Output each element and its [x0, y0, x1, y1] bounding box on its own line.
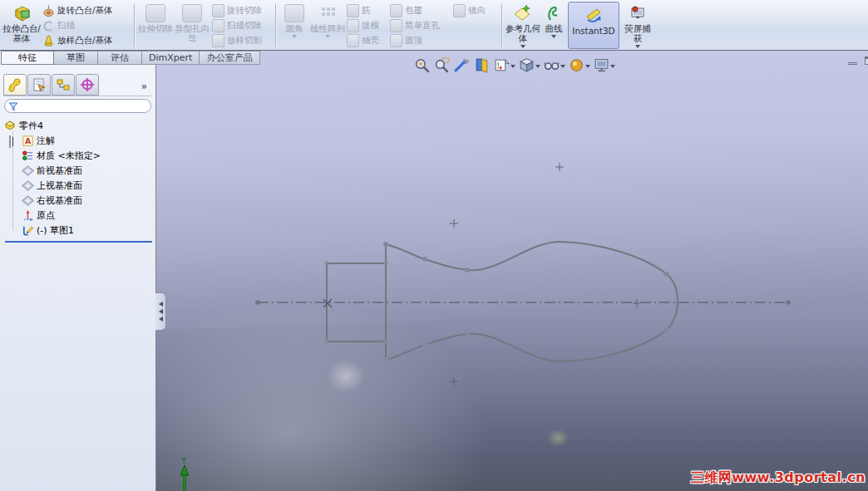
zoom-to-fit-button[interactable] — [412, 56, 432, 75]
reference-geometry-dropdown-arrow[interactable] — [520, 45, 525, 48]
apply-scene-button[interactable] — [592, 56, 616, 75]
view-orientation-button[interactable] — [492, 56, 516, 75]
mirror-button[interactable]: 镜向 — [451, 3, 500, 18]
collapse-arrow-icon — [159, 302, 163, 307]
swept-cut-button[interactable]: 扫描切除 — [210, 18, 274, 33]
tree-item-origin[interactable]: 原点 — [9, 208, 155, 223]
rib-button[interactable]: 筋 — [345, 3, 388, 18]
tab-dimxpert[interactable]: DimXpert — [141, 51, 200, 65]
minimize-document-icon[interactable] — [848, 56, 857, 65]
tree-item-top-plane[interactable]: 上视基准面 — [9, 178, 155, 193]
expand-toggle-icon[interactable] — [9, 136, 18, 145]
linear-pattern-button[interactable]: 线性阵列 — [310, 1, 345, 50]
tab-dimxpert-manager[interactable] — [76, 74, 99, 96]
extruded-cut-label: 拉伸切除 — [137, 23, 174, 33]
instant3d-label: Instant3D — [572, 26, 615, 36]
curves-label: 曲线 — [541, 23, 566, 33]
restore-document-icon[interactable] — [865, 56, 868, 65]
wrap-hole-dome-stack: 包覆 简单直孔 圆顶 — [388, 1, 451, 50]
zoom-to-area-button[interactable] — [432, 56, 451, 75]
triad-y-stem — [183, 475, 185, 491]
draft-button[interactable]: 拔模 — [345, 18, 388, 33]
display-style-icon — [518, 56, 535, 74]
tree-item-material[interactable]: 材质 <未指定> — [9, 148, 155, 163]
tree-item-sketch1[interactable]: (-) 草图1 — [9, 223, 155, 238]
edit-appearance-dropdown-arrow[interactable] — [585, 65, 590, 68]
loft-boss-button[interactable]: 放样凸台/基体 — [41, 33, 132, 48]
tab-featuremanager-tree[interactable] — [3, 74, 27, 96]
hide-show-items-button[interactable] — [542, 56, 566, 75]
filter-funnel-icon — [8, 101, 18, 111]
sweep-button[interactable]: 扫描 — [41, 18, 132, 33]
tree-root-label: 零件4 — [19, 120, 43, 132]
hide-show-items-dropdown-arrow[interactable] — [560, 65, 565, 68]
fillet-icon — [284, 3, 305, 23]
edit-appearance-button[interactable] — [567, 56, 591, 75]
screen-capture-button[interactable]: 荧屏捕获 — [621, 1, 654, 50]
wrap-button[interactable]: 包覆 — [388, 3, 451, 18]
centerline-endpoint-left[interactable] — [255, 300, 260, 305]
display-style-button[interactable] — [517, 56, 541, 75]
extruded-cut-button[interactable]: 拉伸切除 — [137, 1, 174, 50]
section-view-button[interactable] — [472, 56, 491, 75]
tab-features[interactable]: 特征 — [1, 51, 54, 65]
revolve-boss-button[interactable]: 旋转凸台/基体 — [41, 3, 132, 18]
curves-dropdown-arrow[interactable] — [551, 35, 556, 38]
mirror-icon — [453, 5, 466, 17]
fillet-dropdown-arrow[interactable] — [292, 35, 297, 38]
lofted-cut-label: 放样切割 — [227, 35, 262, 47]
view-orientation-dropdown-arrow[interactable] — [510, 65, 515, 68]
swept-cut-icon — [212, 20, 224, 32]
instant3d-button[interactable]: Instant3D — [568, 2, 619, 49]
centerline-endpoint-right[interactable] — [786, 300, 791, 305]
apply-scene-dropdown-arrow[interactable] — [610, 65, 615, 68]
lofted-cut-button[interactable]: 放样切割 — [210, 33, 274, 48]
ribbon-separator — [134, 4, 136, 47]
panel-collapse-handle[interactable] — [155, 292, 166, 331]
dome-button[interactable]: 圆顶 — [388, 33, 451, 48]
tree-item-annotations[interactable]: A 注解 — [9, 133, 155, 148]
revolve-boss-label: 旋转凸台/基体 — [57, 5, 113, 17]
display-style-dropdown-arrow[interactable] — [535, 65, 540, 68]
tree-item-label: 注解 — [37, 135, 55, 147]
previous-view-button[interactable] — [452, 56, 471, 75]
fillet-button[interactable]: 圆角 — [279, 1, 310, 50]
document-window-controls — [848, 56, 868, 65]
revolved-cut-label: 旋转切除 — [227, 5, 262, 17]
reference-geometry-button[interactable]: 参考几何体 — [505, 1, 541, 50]
tab-configuration-manager[interactable] — [52, 74, 75, 96]
shell-icon — [347, 35, 359, 47]
tree-root-part[interactable]: 零件4 — [3, 118, 155, 133]
tab-sketch[interactable]: 草图 — [53, 51, 98, 65]
apply-scene-icon — [593, 56, 610, 74]
reference-geometry-label: 参考几何体 — [505, 23, 541, 43]
shell-button[interactable]: 抽壳 — [345, 33, 388, 48]
sketch-canvas[interactable]: Y — [156, 51, 868, 491]
tree-rollback-bar[interactable] — [5, 241, 152, 243]
screen-capture-dropdown-arrow[interactable] — [635, 45, 640, 48]
revolved-cut-button[interactable]: 旋转切除 — [210, 3, 274, 18]
hole-wizard-button[interactable]: 异型孔向导 — [174, 1, 210, 50]
sweep-icon — [42, 20, 55, 32]
tree-item-right-plane[interactable]: 右视基准面 — [9, 193, 155, 208]
tree-filter-input[interactable] — [21, 101, 147, 111]
extrude-boss-button[interactable]: 拉伸凸台/基体 — [2, 1, 41, 50]
tab-office-products[interactable]: 办公室产品 — [199, 51, 260, 65]
graphics-area[interactable]: Y — [156, 51, 868, 491]
collapse-arrow-icon — [159, 317, 163, 322]
tree-filter-box[interactable] — [4, 99, 151, 113]
linear-pattern-dropdown-arrow[interactable] — [325, 35, 330, 38]
sweep-label: 扫描 — [57, 20, 75, 32]
sketch-plus-markers[interactable] — [450, 163, 641, 385]
hole-wizard-label: 异型孔向导 — [174, 23, 210, 43]
curves-button[interactable]: 曲线 — [541, 1, 566, 50]
simple-hole-button[interactable]: 简单直孔 — [388, 18, 451, 33]
tab-property-manager[interactable] — [27, 74, 51, 96]
sketch-profile-spline[interactable] — [386, 242, 678, 361]
solidworks-window: { "ribbon": { "groups": [ {"label": "拉伸凸… — [0, 0, 868, 491]
tree-item-front-plane[interactable]: 前视基准面 — [9, 163, 155, 178]
hole-wizard-icon — [181, 3, 203, 23]
tab-evaluate[interactable]: 评估 — [97, 51, 142, 65]
panel-tabs-overflow-chevron[interactable]: » — [141, 81, 152, 96]
loft-boss-label: 放样凸台/基体 — [57, 35, 113, 47]
